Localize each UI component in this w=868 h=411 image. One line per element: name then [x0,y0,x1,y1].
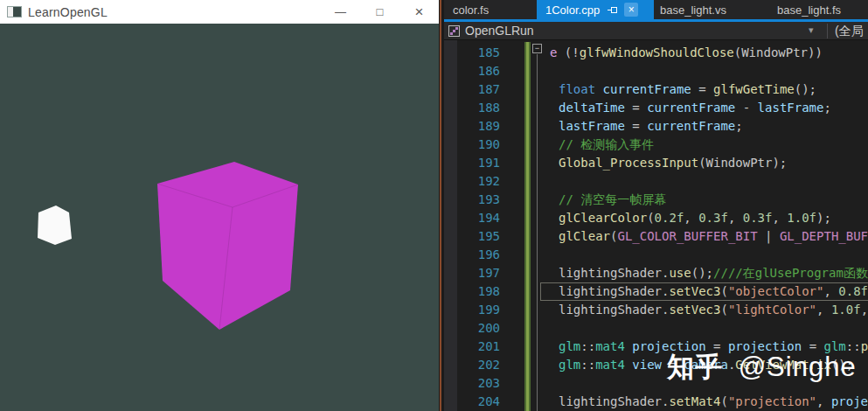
scope-dropdown[interactable]: (全局 [835,24,864,39]
tab-base-light-vs[interactable]: base_light.vs [654,0,764,19]
code-line-191[interactable]: Global_ProcessInput(WindowPtr); [542,154,868,172]
tab-label: base_light.vs [660,3,726,17]
code-line-185[interactable]: e (!glfwWindowShouldClose(WindowPtr)) [542,44,868,62]
token-var: projec [831,394,868,408]
code-line-198[interactable]: lightingShader.setVec3("objectColor", 0.… [542,282,868,301]
token-num: 1.0f [831,303,861,317]
token-cls: glm [559,339,580,353]
code-line-196[interactable] [542,246,868,264]
code-line-195[interactable]: glClear(GL_COLOR_BUFFER_BIT | GL_DEPTH_B… [542,227,868,246]
token-plain: | [758,229,780,243]
token-plain: ( [720,284,727,298]
token-fn: glClear [559,229,610,243]
token-plain: ); [816,211,831,225]
nav-separator [827,24,828,38]
token-plain: lightingShader. [559,394,669,408]
token-plain: ( [720,303,727,317]
token-var: currentFrame [647,101,735,115]
opengl-viewport[interactable] [0,24,439,411]
tab-label: 1Color.cpp [545,3,600,17]
line-number: 198 [457,282,510,301]
token-str: "objectColor" [728,284,824,298]
token-com: ////在glUseProgram函数 [713,266,868,280]
fold-collapse-icon[interactable]: − [532,44,542,53]
line-number: 192 [457,172,510,191]
token-plain: , [728,211,743,225]
code-line-199[interactable]: lightingShader.setVec3("lightColor", 1.0… [542,301,868,319]
line-number: 201 [457,338,510,356]
code-line-192[interactable] [542,172,868,191]
close-button[interactable]: × [399,0,439,24]
token-fn: use [669,266,691,280]
token-plain: , [823,284,838,298]
tab-base-light-fs[interactable]: base_light.fs [764,0,868,19]
line-number: 185 [457,44,510,62]
token-plain: = [691,82,713,96]
maximize-button[interactable]: □ [360,0,399,24]
code-line-200[interactable] [542,319,868,338]
token-var: view [632,358,662,372]
line-number: 191 [457,154,510,172]
token-plain: = [625,119,647,133]
token-str: "projection" [728,394,816,408]
code-line-204[interactable]: lightingShader.setMat4("projection", pro… [542,393,868,411]
token-plain: , [816,303,831,317]
opengl-scene [0,24,439,411]
watermark-brand: 知乎 [667,352,723,382]
line-number: 203 [457,374,510,393]
code-line-194[interactable]: glClearColor(0.2f, 0.3f, 0.3f, 1.0f); [542,209,868,227]
token-num: 0.2f [655,211,684,225]
token-num: 0.8f [838,284,868,298]
code-line-190[interactable]: // 检测输入事件 [542,136,868,154]
token-plain: (); [691,266,713,280]
line-number: 189 [457,117,510,136]
token-var: currentFrame [647,119,735,133]
code-line-188[interactable]: deltaTime = currentFrame - lastFrame; [542,99,868,117]
tab-label: color.fs [453,3,489,17]
token-var: lastFrame [758,101,824,115]
pin-icon[interactable] [608,5,618,15]
token-plain: (); [795,82,816,96]
token-plain: lightingShader. [559,266,669,280]
screen: LearnOpenGL — □ × color.fs 1C [0,0,868,411]
close-tab-icon[interactable]: × [624,3,638,17]
code-line-197[interactable]: lightingShader.use();////在glUseProgram函数 [542,264,868,282]
object-cube [157,162,298,330]
token-plain: :: [580,339,595,353]
token-plain: ( [720,394,727,408]
code-line-193[interactable]: // 清空每一帧屏幕 [542,191,868,209]
token-fn: glfwGetTime [713,82,795,96]
window-border-line [440,0,441,411]
opengl-titlebar[interactable]: LearnOpenGL — □ × [0,0,439,24]
token-plain: ( [647,211,654,225]
minimize-button[interactable]: — [321,0,360,24]
token-plain: lightingShader. [559,284,669,298]
code-line-187[interactable]: float currentFrame = glfwGetTime(); [542,80,868,99]
token-var: deltaTime [559,101,625,115]
token-fn: setMat4 [669,394,720,408]
code-line-186[interactable] [542,62,868,80]
project-dropdown[interactable]: OpenGLRun [465,24,534,38]
line-number: 193 [457,191,510,209]
line-number: 196 [457,246,510,264]
navigation-bar: OpenGLRun ▾ (全局 [444,22,868,40]
line-number: 204 [457,393,510,411]
tab-color-fs[interactable]: color.fs [444,0,537,19]
code-line-189[interactable]: lastFrame = currentFrame; [542,117,868,136]
token-plain: lightingShader. [559,303,669,317]
line-number: 202 [457,356,510,374]
token-plain [595,82,602,96]
token-fn: glClearColor [559,211,647,225]
token-cls: glm [559,358,580,372]
fold-guide-line [537,54,538,411]
chevron-down-icon[interactable]: ▾ [809,24,814,36]
tab-1color-cpp-active[interactable]: 1Color.cpp × [537,0,654,19]
tracked-changes-bar [524,42,531,411]
token-fn: setVec3 [669,303,720,317]
document-tab-bar: color.fs 1Color.cpp × base_light.vs base… [444,0,868,19]
app-window-icon [7,6,22,17]
glyph-margin [444,40,457,411]
token-fn: glfwWindowShouldClose [580,45,734,59]
token-str: "lightColor" [728,303,816,317]
opengl-window: LearnOpenGL — □ × [0,0,439,411]
